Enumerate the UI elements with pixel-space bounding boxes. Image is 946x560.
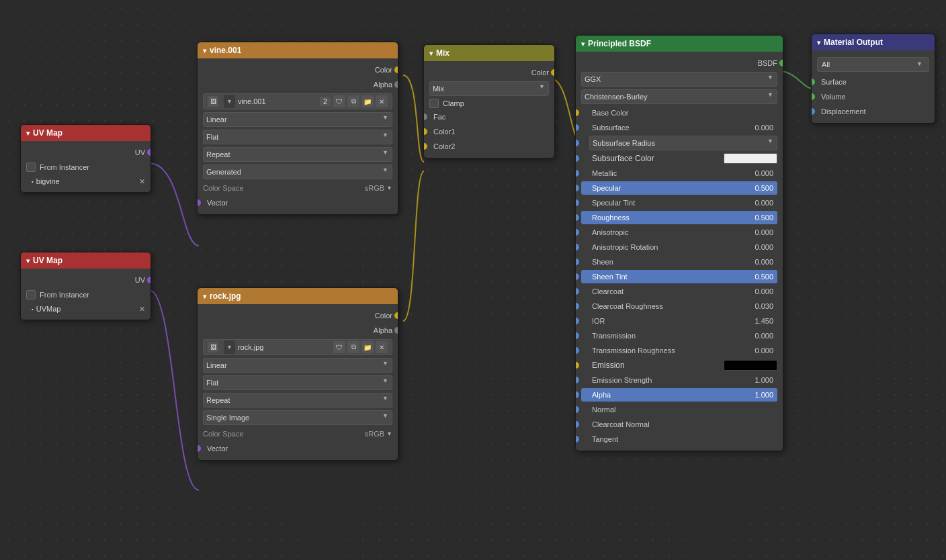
bsdf-anisotropic-dot[interactable] xyxy=(575,229,579,236)
rock-tex-alpha-dot[interactable] xyxy=(394,327,398,334)
bsdf-roughness-dot[interactable] xyxy=(575,214,579,221)
vine-tex-alpha-dot[interactable] xyxy=(394,81,398,88)
rock-tex-source-wrap: Single Image xyxy=(203,410,392,425)
rock-tex-close-btn[interactable]: ✕ xyxy=(376,341,388,353)
rock-tex-folder-btn[interactable]: 📁 xyxy=(361,341,374,353)
rock-tex-extension-select[interactable]: Repeat xyxy=(203,393,392,408)
mix-blend-type-select[interactable]: Mix xyxy=(429,81,549,96)
vine-tex-projection-select[interactable]: Flat xyxy=(203,130,392,144)
vine-tex-source-select[interactable]: Generated xyxy=(203,165,392,179)
vine-tex-vector-dot[interactable] xyxy=(197,199,201,206)
matout-surface-dot[interactable] xyxy=(811,79,815,85)
bsdf-subsurface-field[interactable]: Subsurface 0.000 xyxy=(581,121,777,134)
uv-map-2-item-label[interactable]: UVMap xyxy=(36,305,136,313)
bsdf-subsurface-radius-dot[interactable] xyxy=(575,140,579,146)
rock-tex-collapse-icon[interactable]: ▾ xyxy=(203,293,206,300)
uv-map-2-from-instancer-checkbox[interactable] xyxy=(26,290,36,299)
bsdf-specular-dot[interactable] xyxy=(575,185,579,191)
vine-tex-extension-select[interactable]: Repeat xyxy=(203,147,392,162)
rock-tex-interpolation-select[interactable]: Linear xyxy=(203,358,392,373)
vine-tex-close-btn[interactable]: ✕ xyxy=(376,95,388,107)
uv-map-1-uv-dot[interactable] xyxy=(147,149,151,156)
rock-tex-color-dot[interactable] xyxy=(394,312,398,319)
mix-color2-dot[interactable] xyxy=(423,143,427,150)
matout-target-select[interactable]: All xyxy=(817,57,929,72)
bsdf-sheen-dot[interactable] xyxy=(575,259,579,265)
uv-map-1-item-label[interactable]: bigvine xyxy=(36,177,136,185)
bsdf-alpha-field[interactable]: Alpha 1.000 xyxy=(581,388,777,402)
rock-tex-image-actions: 🛡 ⧉ 📁 ✕ xyxy=(333,341,388,353)
mix-collapse-icon[interactable]: ▾ xyxy=(429,50,433,57)
rock-tex-copy-btn[interactable]: ⧉ xyxy=(347,341,359,353)
mix-color-output-dot[interactable] xyxy=(551,69,555,76)
bsdf-ior-dot[interactable] xyxy=(575,318,579,324)
bsdf-collapse-icon[interactable]: ▾ xyxy=(581,40,585,48)
uv-map-1-collapse-icon[interactable]: ▾ xyxy=(26,130,30,137)
bsdf-emission-strength-field[interactable]: Emission Strength 1.000 xyxy=(581,373,777,387)
bsdf-subsurface-method-select[interactable]: Christensen-Burley xyxy=(581,89,777,104)
mix-color1-dot[interactable] xyxy=(423,128,427,135)
bsdf-subsurface-dot[interactable] xyxy=(575,124,579,131)
vine-tex-projection-row: Flat xyxy=(198,128,398,146)
bsdf-subsurface-radius-select[interactable]: Subsurface Radius xyxy=(589,136,777,150)
bsdf-transmission-label: Transmission xyxy=(592,332,636,340)
bsdf-sheen-field[interactable]: Sheen 0.000 xyxy=(581,255,777,269)
bsdf-specular-tint-field[interactable]: Specular Tint 0.000 xyxy=(581,196,777,209)
bsdf-sheen-tint-field[interactable]: Sheen Tint 0.500 xyxy=(581,270,777,283)
uv-map-2-collapse-icon[interactable]: ▾ xyxy=(26,257,30,265)
bsdf-emission-dot[interactable] xyxy=(575,362,579,369)
rock-tex-projection-select[interactable]: Flat xyxy=(203,375,392,390)
bsdf-subsurface-color-swatch[interactable] xyxy=(724,153,777,164)
rock-tex-source-select[interactable]: Single Image xyxy=(203,410,392,425)
bsdf-clearcoat-dot[interactable] xyxy=(575,288,579,295)
vine-tex-color-dot[interactable] xyxy=(394,66,398,73)
bsdf-clearcoat-field[interactable]: Clearcoat 0.000 xyxy=(581,285,777,298)
bsdf-transmission-roughness-dot[interactable] xyxy=(575,347,579,354)
bsdf-transmission-dot[interactable] xyxy=(575,332,579,339)
bsdf-transmission-field[interactable]: Transmission 0.000 xyxy=(581,329,777,342)
bsdf-specular-val: 0.500 xyxy=(755,184,773,192)
bsdf-anisotropic-rot-field[interactable]: Anisotropic Rotation 0.000 xyxy=(581,240,777,254)
bsdf-metallic-field[interactable]: Metallic 0.000 xyxy=(581,167,777,180)
bsdf-emission-color-swatch[interactable] xyxy=(724,360,777,371)
bsdf-transmission-roughness-field[interactable]: Transmission Roughness 0.000 xyxy=(581,344,777,357)
bsdf-specular-field[interactable]: Specular 0.500 xyxy=(581,181,777,195)
vine-tex-image-field[interactable]: 🖼 ▼ vine.001 2 🛡 ⧉ 📁 ✕ xyxy=(203,93,392,109)
uv-map-1-from-instancer-checkbox[interactable] xyxy=(26,162,36,172)
bsdf-ior-field[interactable]: IOR 1.450 xyxy=(581,314,777,328)
bsdf-sheen-tint-dot[interactable] xyxy=(575,273,579,280)
bsdf-anisotropic-field[interactable]: Anisotropic 0.000 xyxy=(581,226,777,239)
bsdf-clearcoat-roughness-dot[interactable] xyxy=(575,303,579,310)
rock-tex-shield-btn[interactable]: 🛡 xyxy=(333,341,345,353)
matout-volume-dot[interactable] xyxy=(811,93,815,100)
bsdf-subsurface-color-dot[interactable] xyxy=(575,155,579,162)
bsdf-anisotropic-rot-dot[interactable] xyxy=(575,244,579,250)
bsdf-metallic-label: Metallic xyxy=(592,169,617,177)
bsdf-base-color-dot[interactable] xyxy=(575,109,579,116)
uv-map-2-item-remove[interactable]: ✕ xyxy=(139,305,145,314)
bsdf-metallic-dot[interactable] xyxy=(575,170,579,177)
bsdf-tangent-dot[interactable] xyxy=(575,436,579,442)
bsdf-specular-tint-dot[interactable] xyxy=(575,199,579,206)
vine-tex-interpolation-select[interactable]: Linear xyxy=(203,112,392,127)
mix-clamp-checkbox[interactable] xyxy=(429,99,439,108)
rock-tex-vector-dot[interactable] xyxy=(197,445,201,452)
vine-tex-copy-btn[interactable]: ⧉ xyxy=(347,95,359,107)
mix-fac-dot[interactable] xyxy=(423,113,427,120)
uv-map-1-item-remove[interactable]: ✕ xyxy=(139,177,145,186)
bsdf-alpha-dot[interactable] xyxy=(575,391,579,398)
bsdf-distribution-select[interactable]: GGX xyxy=(581,72,777,87)
bsdf-roughness-field[interactable]: Roughness 0.500 xyxy=(581,211,777,224)
vine-tex-shield-btn[interactable]: 🛡 xyxy=(333,95,345,107)
vine-tex-collapse-icon[interactable]: ▾ xyxy=(203,47,206,54)
rock-tex-image-field[interactable]: 🖼 ▼ rock.jpg 🛡 ⧉ 📁 ✕ xyxy=(203,339,392,355)
matout-displacement-dot[interactable] xyxy=(811,108,815,115)
bsdf-normal-dot[interactable] xyxy=(575,406,579,413)
matout-collapse-icon[interactable]: ▾ xyxy=(817,39,820,46)
bsdf-output-dot[interactable] xyxy=(779,60,783,66)
bsdf-emission-strength-dot[interactable] xyxy=(575,377,579,383)
bsdf-clearcoat-roughness-field[interactable]: Clearcoat Roughness 0.030 xyxy=(581,299,777,313)
uv-map-2-uv-dot[interactable] xyxy=(147,277,151,283)
vine-tex-folder-btn[interactable]: 📁 xyxy=(361,95,374,107)
bsdf-clearcoat-normal-dot[interactable] xyxy=(575,421,579,428)
